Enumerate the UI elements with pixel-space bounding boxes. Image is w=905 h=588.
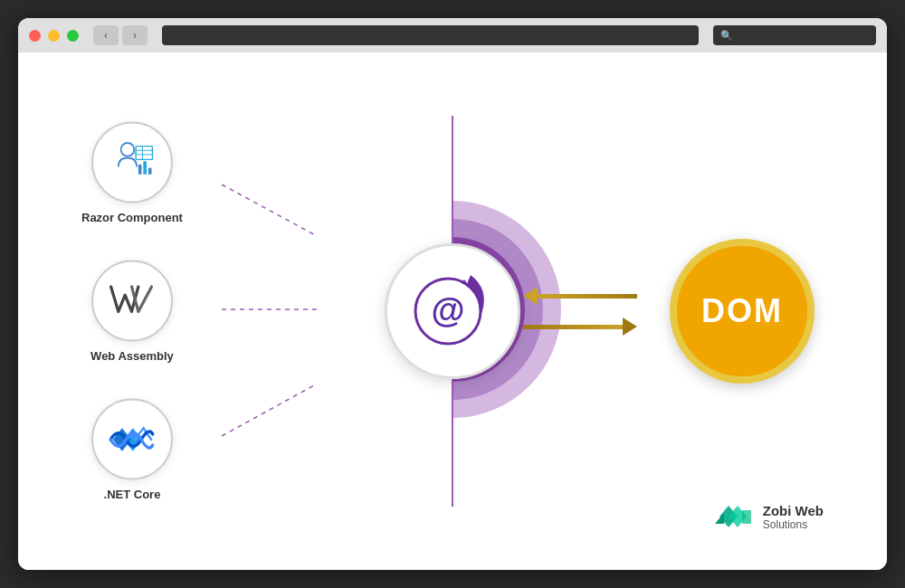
zobi-name: Zobi Web [763,503,824,518]
wa-icon-svg [107,276,157,326]
blazor-icon: @ [403,261,502,361]
razor-label: Razor Component [81,211,183,224]
webassembly-item: Web Assembly [81,261,183,363]
maximize-button[interactable] [67,30,79,42]
left-arrowhead [523,287,538,305]
svg-point-6 [121,143,135,156]
wa-label: Web Assembly [90,349,174,363]
blazor-circle: @ [385,243,520,379]
nav-buttons: ‹ › [93,25,148,45]
search-icon: 🔍 [720,30,733,42]
arrows-container [523,287,637,336]
zobi-icon-svg [710,497,756,537]
titlebar: ‹ › 🔍 [18,18,887,52]
browser-window: ‹ › 🔍 [18,18,887,570]
arrow-right [523,318,637,336]
blazor-logo-circle: @ [385,243,520,379]
svg-rect-12 [138,164,142,174]
razor-component-item: Razor Component [81,122,183,224]
right-arrow-shaft [523,325,623,329]
main-content: @ [18,52,887,570]
diagram: @ [63,67,842,555]
svg-text:@: @ [431,291,464,329]
left-components: Razor Component Web Assembly [81,122,183,501]
svg-rect-14 [148,167,152,174]
wa-circle [91,261,173,342]
zobi-icon [710,497,756,537]
razor-circle [91,122,173,204]
zobi-logo: Zobi Web Solutions [710,497,824,537]
razor-icon-svg [107,138,157,187]
dom-label: DOM [701,292,783,330]
netcore-item: .NET Core [81,399,183,501]
zobi-sub: Solutions [763,518,824,531]
svg-marker-18 [742,510,751,524]
dom-circle: DOM [670,239,814,384]
right-arrowhead [623,318,637,336]
netcore-label: .NET Core [104,488,161,501]
search-bar[interactable]: 🔍 [713,25,876,45]
forward-button[interactable]: › [122,25,148,45]
netcore-circle [91,399,173,480]
svg-rect-7 [137,146,153,159]
arrow-left [523,287,637,305]
svg-rect-13 [144,161,148,175]
netcore-icon-svg [107,419,157,460]
close-button[interactable] [29,30,41,42]
left-arrow-shaft [538,294,637,299]
address-bar[interactable] [162,25,699,45]
zobi-text: Zobi Web Solutions [763,503,824,531]
back-button[interactable]: ‹ [93,25,119,45]
minimize-button[interactable] [48,30,60,42]
